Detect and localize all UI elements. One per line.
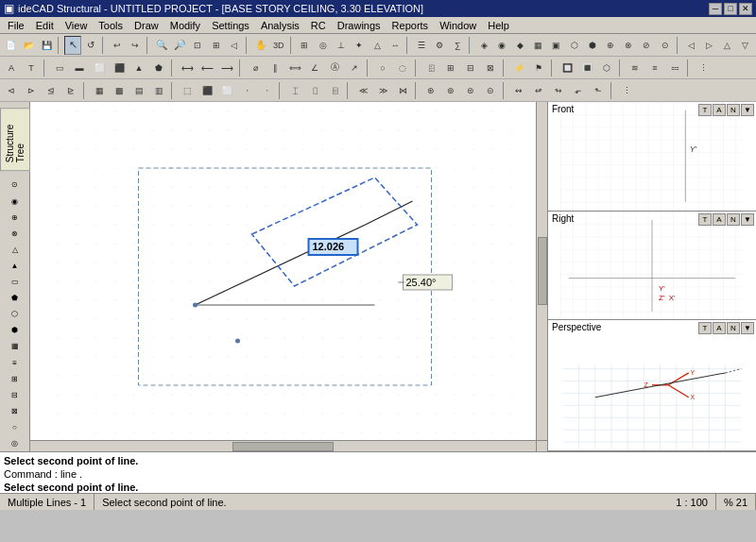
tb-3d[interactable]: 3D bbox=[270, 36, 287, 55]
menu-window[interactable]: Window bbox=[434, 17, 482, 34]
tb-props[interactable]: ⚙ bbox=[431, 36, 448, 55]
right-view-btn-a[interactable]: A bbox=[713, 213, 726, 226]
tb-c1[interactable]: ◁ bbox=[682, 36, 699, 55]
tb2-7[interactable]: ▲ bbox=[129, 59, 148, 77]
tb2-23[interactable]: ⊠ bbox=[481, 59, 500, 77]
left-tb-5[interactable]: △ bbox=[4, 242, 26, 258]
tb2-15[interactable]: ∠ bbox=[305, 59, 324, 77]
tb3-16[interactable]: ⌸ bbox=[325, 81, 344, 100]
right-view-btn-n[interactable]: N bbox=[727, 213, 740, 226]
left-tb-17[interactable]: ◎ bbox=[4, 435, 26, 451]
vertical-scrollbar[interactable] bbox=[536, 102, 547, 440]
center-viewport[interactable]: 12.026 25.40° bbox=[30, 102, 548, 451]
menu-rc[interactable]: RC bbox=[305, 17, 332, 34]
tb2-6[interactable]: ⬛ bbox=[110, 59, 129, 77]
tb3-21[interactable]: ⊚ bbox=[441, 81, 460, 100]
tb3-27[interactable]: ⬐ bbox=[569, 81, 588, 100]
tb3-25[interactable]: ↫ bbox=[529, 81, 548, 100]
tb-zoom-in[interactable]: 🔍 bbox=[153, 36, 170, 55]
left-tb-7[interactable]: ▭ bbox=[4, 274, 26, 290]
tb3-1[interactable]: ⊲ bbox=[2, 81, 21, 100]
tb3-18[interactable]: ≫ bbox=[373, 81, 392, 100]
tb2-31[interactable]: ⩶ bbox=[665, 59, 684, 77]
tb3-19[interactable]: ⋈ bbox=[393, 81, 412, 100]
menu-file[interactable]: File bbox=[2, 17, 30, 34]
tb-snap[interactable]: ◎ bbox=[315, 36, 332, 55]
menu-draw[interactable]: Draw bbox=[129, 17, 164, 34]
tb3-4[interactable]: ⊵ bbox=[61, 81, 80, 100]
tb2-21[interactable]: ⊞ bbox=[441, 59, 460, 77]
left-tb-15[interactable]: ⊠ bbox=[4, 403, 26, 419]
tb-b6[interactable]: ⬡ bbox=[566, 36, 583, 55]
tb2-30[interactable]: ≡ bbox=[645, 59, 664, 77]
tb3-17[interactable]: ≪ bbox=[353, 81, 372, 100]
tb2-2[interactable]: T bbox=[22, 59, 41, 77]
tb-select[interactable]: ↖ bbox=[64, 36, 81, 55]
left-tb-3[interactable]: ⊕ bbox=[4, 210, 26, 226]
tb2-27[interactable]: 🔳 bbox=[577, 59, 596, 77]
tb-b5[interactable]: ▣ bbox=[548, 36, 565, 55]
tb3-24[interactable]: ↭ bbox=[509, 81, 528, 100]
menu-drawings[interactable]: Drawings bbox=[332, 17, 387, 34]
tb3-15[interactable]: ⌷ bbox=[305, 81, 324, 100]
tb2-22[interactable]: ⊟ bbox=[461, 59, 480, 77]
persp-view-btn-v[interactable]: ▼ bbox=[741, 322, 754, 334]
left-tb-10[interactable]: ⬢ bbox=[4, 322, 26, 338]
tb-zoom-fit[interactable]: ⊡ bbox=[189, 36, 206, 55]
tb2-25[interactable]: ⚑ bbox=[529, 59, 548, 77]
tb-redo[interactable]: ↪ bbox=[127, 36, 144, 55]
tb3-20[interactable]: ⊛ bbox=[421, 81, 440, 100]
tb-b4[interactable]: ▦ bbox=[529, 36, 546, 55]
tb3-12[interactable]: ⬝ bbox=[237, 81, 256, 100]
tb-b8[interactable]: ⊕ bbox=[602, 36, 619, 55]
tb2-9[interactable]: ⟷ bbox=[178, 59, 197, 77]
tb-c2[interactable]: ▷ bbox=[700, 36, 717, 55]
tb2-1[interactable]: A bbox=[2, 59, 21, 77]
menu-analysis[interactable]: Analysis bbox=[255, 17, 305, 34]
tb-open[interactable]: 📂 bbox=[20, 36, 37, 55]
tb3-14[interactable]: ⌶ bbox=[285, 81, 304, 100]
tb-b2[interactable]: ◉ bbox=[493, 36, 510, 55]
tb-b1[interactable]: ◈ bbox=[475, 36, 492, 55]
tb-save[interactable]: 💾 bbox=[38, 36, 55, 55]
menu-settings[interactable]: Settings bbox=[206, 17, 255, 34]
tb-rotate[interactable]: ↺ bbox=[82, 36, 99, 55]
tb2-19[interactable]: ◌ bbox=[393, 59, 412, 77]
front-view-btn-a[interactable]: A bbox=[713, 104, 726, 116]
tb-pan[interactable]: ✋ bbox=[251, 36, 268, 55]
tb2-29[interactable]: ≋ bbox=[626, 59, 644, 77]
tb-b11[interactable]: ⊙ bbox=[656, 36, 673, 55]
tb2-32[interactable]: ⋮ bbox=[694, 59, 713, 77]
tb3-22[interactable]: ⊜ bbox=[461, 81, 480, 100]
right-view-btn-v[interactable]: ▼ bbox=[741, 213, 754, 226]
tb3-8[interactable]: ▥ bbox=[149, 81, 168, 100]
tb2-13[interactable]: ∥ bbox=[266, 59, 284, 77]
tb2-20[interactable]: ⌹ bbox=[421, 59, 440, 77]
tb-zoom-prev[interactable]: ◁ bbox=[226, 36, 243, 55]
tb2-14[interactable]: ⟺ bbox=[285, 59, 304, 77]
tb3-11[interactable]: ⬜ bbox=[217, 81, 236, 100]
tb2-8[interactable]: ⬟ bbox=[149, 59, 168, 77]
tb-new[interactable]: 📄 bbox=[2, 36, 19, 55]
tb2-18[interactable]: ○ bbox=[373, 59, 392, 77]
tb-b7[interactable]: ⬢ bbox=[584, 36, 601, 55]
horizontal-scroll-thumb[interactable] bbox=[232, 442, 334, 451]
tb2-4[interactable]: ▬ bbox=[70, 59, 89, 77]
tb2-12[interactable]: ⌀ bbox=[246, 59, 265, 77]
front-view-btn-v[interactable]: ▼ bbox=[741, 104, 754, 116]
tb-c3[interactable]: △ bbox=[719, 36, 736, 55]
tb2-26[interactable]: 🔲 bbox=[558, 59, 576, 77]
left-tb-9[interactable]: ⬡ bbox=[4, 306, 26, 322]
horizontal-scrollbar[interactable] bbox=[30, 440, 536, 451]
tb-b3[interactable]: ◆ bbox=[511, 36, 528, 55]
tb2-3[interactable]: ▭ bbox=[50, 59, 69, 77]
left-tb-2[interactable]: ◉ bbox=[4, 194, 26, 210]
structure-tree-tab[interactable]: Structure Tree bbox=[0, 108, 30, 171]
tb2-11[interactable]: ⟶ bbox=[217, 59, 236, 77]
left-tb-14[interactable]: ⊟ bbox=[4, 387, 26, 403]
tb-ortho[interactable]: ⊥ bbox=[333, 36, 350, 55]
minimize-button[interactable]: ─ bbox=[709, 3, 722, 15]
menu-modify[interactable]: Modify bbox=[164, 17, 206, 34]
tb3-13[interactable]: ⬞ bbox=[257, 81, 276, 100]
tb-c4[interactable]: ▽ bbox=[737, 36, 754, 55]
